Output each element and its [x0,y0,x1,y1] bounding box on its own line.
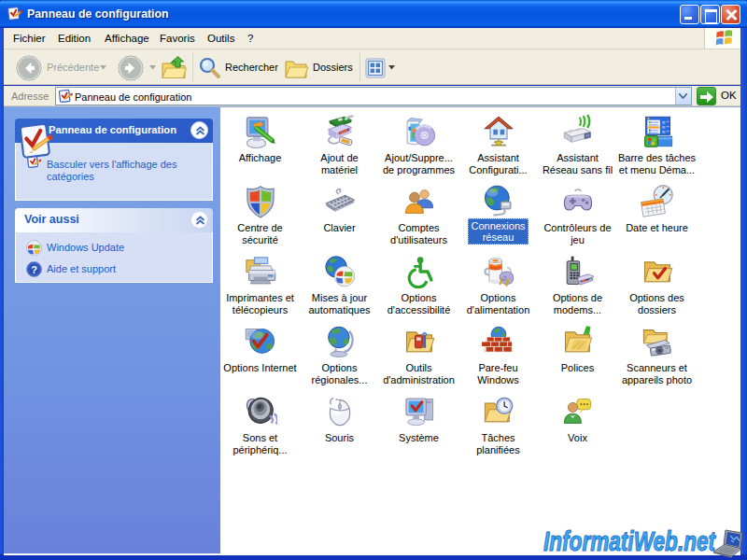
svg-text:?: ? [31,264,37,275]
